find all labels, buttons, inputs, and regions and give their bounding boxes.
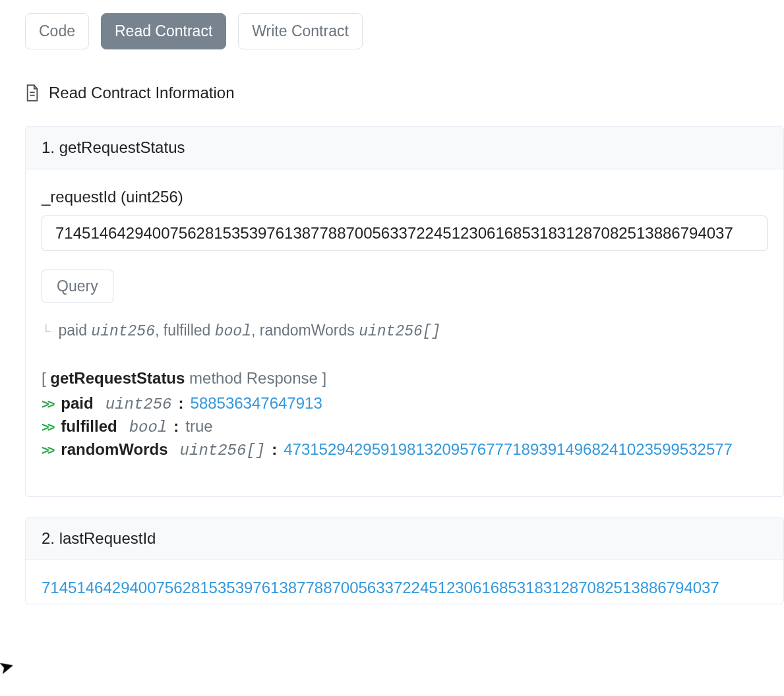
- return-randomwords-name: randomWords: [260, 322, 355, 339]
- method-body: _requestId (uint256) Query └ paid uint25…: [26, 169, 783, 496]
- value-randomwords[interactable]: 4731529429591981320957677718939149682410…: [284, 440, 733, 459]
- query-button[interactable]: Query: [42, 270, 113, 303]
- input-label-requestid: _requestId (uint256): [42, 188, 768, 206]
- method-card-getrequeststatus: 1. getRequestStatus _requestId (uint256)…: [25, 126, 784, 497]
- return-paid-type: uint256: [91, 323, 155, 340]
- value-fulfilled: true: [185, 417, 212, 436]
- document-icon: [25, 84, 40, 102]
- return-paid-name: paid: [58, 322, 86, 339]
- input-requestid[interactable]: [42, 216, 768, 251]
- chevron-right-icon: >>: [42, 443, 53, 458]
- contract-tabs: Code Read Contract Write Contract: [25, 13, 784, 49]
- method-header-lastrequestid[interactable]: 2. lastRequestId: [26, 517, 783, 560]
- field-name-randomwords: randomWords: [61, 440, 167, 459]
- return-randomwords-type: uint256[]: [359, 323, 440, 340]
- value-paid[interactable]: 588536347647913: [191, 394, 322, 413]
- response-row-randomwords: >> randomWords uint256[] : 4731529429591…: [42, 440, 768, 459]
- field-type-fulfilled: bool: [129, 419, 167, 436]
- section-title: Read Contract Information: [49, 84, 234, 102]
- return-fulfilled-name: fulfilled: [164, 322, 211, 339]
- chevron-right-icon: >>: [42, 420, 53, 435]
- field-type-randomwords: uint256[]: [180, 442, 266, 459]
- method-card-lastrequestid: 2. lastRequestId 71451464294007562815353…: [25, 517, 784, 604]
- chevron-right-icon: >>: [42, 397, 53, 412]
- response-method-name: getRequestStatus: [50, 369, 185, 387]
- field-name-paid: paid: [61, 394, 93, 413]
- value-lastrequestid[interactable]: 7145146429400756281535397613877887005633…: [42, 579, 768, 597]
- tab-write-contract[interactable]: Write Contract: [238, 13, 363, 49]
- field-type-paid: uint256: [106, 395, 172, 413]
- return-types: └ paid uint256, fulfilled bool, randomWo…: [42, 322, 768, 340]
- response-row-paid: >> paid uint256 : 588536347647913: [42, 394, 768, 413]
- corner-return-icon: └: [42, 324, 50, 339]
- tab-code[interactable]: Code: [25, 13, 89, 49]
- return-fulfilled-type: bool: [215, 323, 251, 340]
- section-header: Read Contract Information: [25, 84, 784, 102]
- field-name-fulfilled: fulfilled: [61, 417, 117, 436]
- response-row-fulfilled: >> fulfilled bool : true: [42, 417, 768, 436]
- tab-read-contract[interactable]: Read Contract: [101, 13, 226, 49]
- method-body-lastrequestid: 7145146429400756281535397613877887005633…: [26, 560, 783, 604]
- method-header-getrequeststatus[interactable]: 1. getRequestStatus: [26, 127, 783, 169]
- response-header: [ getRequestStatus method Response ]: [42, 369, 768, 388]
